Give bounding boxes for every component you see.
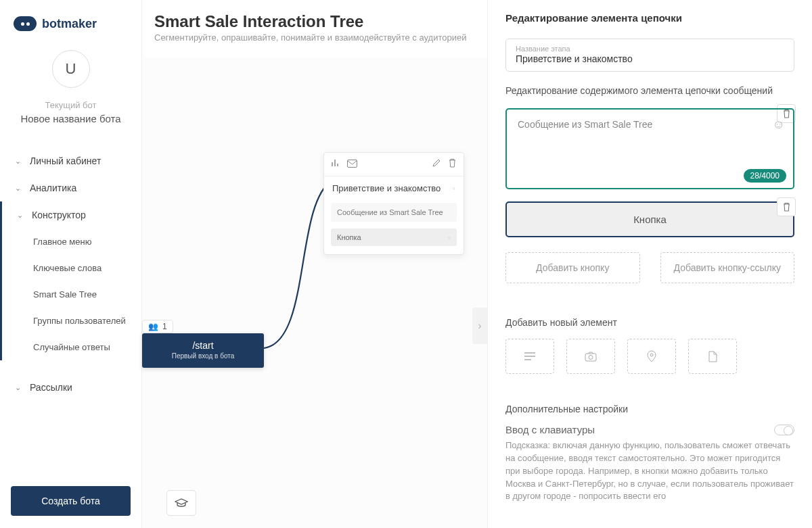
users-icon: 👥: [148, 322, 158, 331]
nav-mailings[interactable]: ⌄ Рассылки: [0, 374, 141, 401]
add-buttons-row: Добавить кнопку Добавить кнопку-ссылку: [505, 252, 794, 283]
button-editor[interactable]: Кнопка: [505, 201, 794, 237]
extra-settings-title: Дополнительные настройки: [505, 404, 794, 414]
logo-icon: [14, 16, 37, 31]
add-link-button[interactable]: Добавить кнопку-ссылку: [660, 252, 795, 283]
start-count: 1: [162, 322, 167, 331]
svg-point-4: [650, 354, 653, 356]
help-button[interactable]: [166, 490, 196, 516]
keyboard-input-label: Ввод с клавиатуры: [505, 424, 774, 435]
nav-analytics[interactable]: ⌄ Аналитика: [0, 174, 141, 201]
card-button-label: Кнопка: [337, 233, 361, 241]
nav-user-groups[interactable]: Группы пользователей: [2, 308, 141, 334]
stage-name-label: Название этапа: [516, 45, 784, 53]
logo-text: botmaker: [42, 17, 97, 31]
nav-account[interactable]: ⌄ Личный кабинет: [0, 147, 141, 174]
expand-panel-handle[interactable]: ›: [472, 308, 487, 344]
content-heading: Редактирование содержимого элемента цепо…: [505, 85, 794, 96]
nav-account-label: Личный кабинет: [30, 155, 101, 166]
avatar[interactable]: U: [52, 50, 90, 88]
stage-name-value: Приветствие и знакомство: [516, 53, 784, 64]
add-image-element[interactable]: [566, 339, 615, 374]
edit-panel: Редактирование элемента цепочки Название…: [487, 0, 812, 528]
current-bot-name: Новое название бота: [7, 113, 135, 124]
canvas[interactable]: 👥 1 /start Первый вход в бота: [142, 57, 487, 528]
card-title: Приветствие и знакомство: [332, 183, 441, 193]
chart-icon[interactable]: [331, 158, 340, 170]
canvas-area: Smart Sale Interaction Tree Сегментируйт…: [142, 0, 487, 528]
delete-button-button[interactable]: [777, 197, 796, 216]
trash-icon: [782, 202, 791, 212]
nav-keywords[interactable]: Ключевые слова: [2, 255, 141, 281]
char-counter: 28/4000: [744, 169, 786, 183]
connection-dot-icon[interactable]: ◦: [448, 233, 451, 241]
keyboard-input-hint: Подсказка: включая данную функцию, польз…: [505, 439, 794, 503]
canvas-header: Smart Sale Interaction Tree Сегментируйт…: [142, 0, 487, 57]
edit-icon[interactable]: [432, 158, 441, 170]
graduation-cap-icon: [175, 498, 188, 508]
keyboard-input-row: Ввод с клавиатуры: [505, 424, 794, 435]
chevron-down-icon: ⌄: [17, 211, 25, 220]
card-title-row: Приветствие и знакомство ◦: [324, 176, 464, 200]
panel-title: Редактирование элемента цепочки: [505, 12, 794, 24]
chevron-down-icon: ⌄: [15, 157, 23, 166]
start-command: /start: [148, 340, 258, 351]
nav-mailings-label: Рассылки: [30, 382, 72, 393]
nav-constructor-label: Конструктор: [32, 210, 86, 220]
element-type-row: [505, 339, 794, 374]
message-editor[interactable]: Сообщение из Smart Sale Tree ☺ 28/4000: [505, 108, 794, 189]
add-element-title: Добавить новый элемент: [505, 317, 794, 328]
card-toolbar: [324, 153, 464, 176]
button-editor-wrap: Кнопка: [505, 201, 794, 237]
create-bot-button[interactable]: Создать бота: [11, 486, 131, 516]
sidebar: botmaker U Текущий бот Новое название бо…: [0, 0, 142, 528]
nav-smart-sale-tree[interactable]: Smart Sale Tree: [2, 281, 141, 308]
svg-rect-1: [348, 160, 357, 168]
nav-constructor[interactable]: ⌄ Конструктор: [2, 201, 141, 229]
card-button-row[interactable]: Кнопка ◦: [331, 229, 457, 246]
nav-main-menu[interactable]: Главное меню: [2, 229, 141, 255]
camera-icon: [585, 352, 597, 362]
svg-point-3: [589, 355, 593, 359]
nav-constructor-group: ⌄ Конструктор Главное меню Ключевые слов…: [0, 201, 141, 360]
message-text: Сообщение из Smart Sale Tree: [518, 119, 782, 130]
chain-card[interactable]: Приветствие и знакомство ◦ Сообщение из …: [323, 152, 464, 255]
mail-icon[interactable]: [347, 158, 357, 170]
card-message[interactable]: Сообщение из Smart Sale Tree: [331, 203, 457, 222]
svg-rect-2: [585, 354, 596, 361]
keyboard-input-toggle[interactable]: [774, 425, 794, 435]
stage-name-field[interactable]: Название этапа Приветствие и знакомство: [505, 39, 794, 72]
location-icon: [647, 350, 656, 362]
page-subtitle: Сегментируйте, опрашивайте, понимайте и …: [154, 32, 475, 43]
page-title: Smart Sale Interaction Tree: [154, 12, 475, 31]
text-icon: [524, 352, 536, 361]
logo[interactable]: botmaker: [0, 0, 141, 50]
message-editor-wrap: Сообщение из Smart Sale Tree ☺ 28/4000: [505, 108, 794, 189]
current-bot-label: Текущий бот: [7, 100, 135, 110]
add-location-element[interactable]: [627, 339, 676, 374]
nav: ⌄ Личный кабинет ⌄ Аналитика ⌄ Конструкт…: [0, 138, 141, 474]
start-caption: Первый вход в бота: [148, 352, 258, 360]
nav-random-answers[interactable]: Случайные ответы: [2, 334, 141, 360]
emoji-picker-icon[interactable]: ☺: [773, 118, 785, 132]
file-icon: [708, 351, 717, 362]
start-node[interactable]: /start Первый вход в бота: [142, 333, 264, 368]
add-file-element[interactable]: [688, 339, 737, 374]
add-button[interactable]: Добавить кнопку: [505, 252, 640, 283]
chevron-down-icon: ⌄: [15, 184, 23, 193]
current-bot-block: U Текущий бот Новое название бота: [0, 50, 141, 138]
nav-analytics-label: Аналитика: [30, 183, 76, 193]
trash-icon[interactable]: [448, 158, 457, 170]
add-text-element[interactable]: [505, 339, 554, 374]
connection-dot-icon[interactable]: ◦: [452, 183, 455, 193]
start-count-badge: 👥 1: [142, 320, 173, 333]
chevron-down-icon: ⌄: [15, 383, 23, 392]
